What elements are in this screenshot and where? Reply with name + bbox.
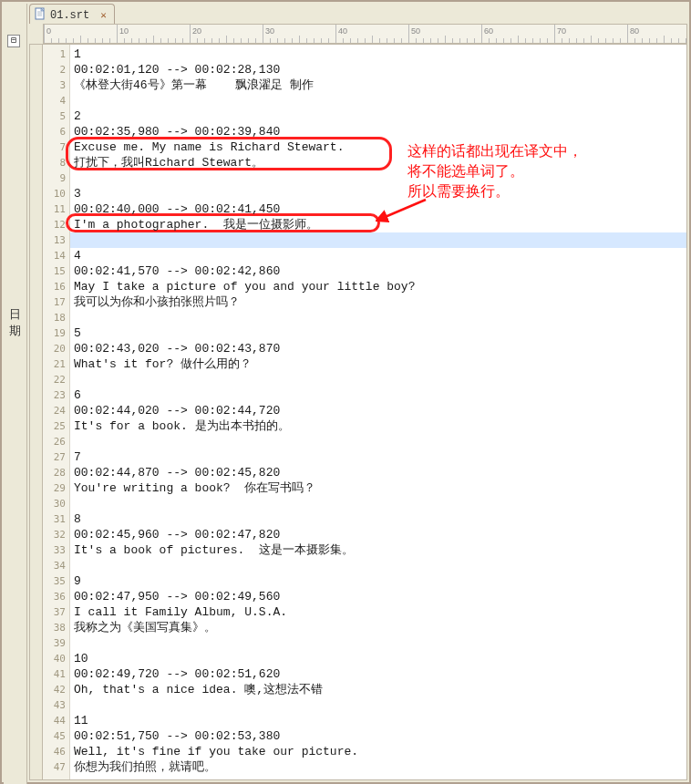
code-line[interactable]: 7	[70, 449, 686, 465]
line-number: 41	[43, 666, 69, 682]
line-number: 31	[43, 511, 69, 527]
code-line[interactable]	[70, 93, 686, 108]
file-tab[interactable]: 01.srt ✕	[29, 4, 115, 24]
line-number: 20	[43, 341, 69, 356]
code-line[interactable]: 00:02:44,020 --> 00:02:44,720	[70, 403, 686, 418]
code-area[interactable]: 这样的话都出现在译文中， 将不能选单词了。 所以需要换行。 100:02:01,…	[70, 45, 686, 779]
line-number: 34	[43, 558, 69, 573]
side-panel-label: 日期	[4, 306, 26, 339]
code-line[interactable]: 00:02:35,980 --> 00:02:39,840	[70, 124, 686, 139]
code-line[interactable]: What's it for? 做什么用的？	[70, 356, 686, 372]
code-line[interactable]	[70, 697, 686, 713]
line-number: 7	[43, 139, 69, 155]
close-icon[interactable]: ✕	[100, 9, 107, 21]
code-line[interactable]: You're writing a book? 你在写书吗？	[70, 480, 686, 496]
line-number: 38	[43, 620, 69, 635]
line-number: 14	[43, 248, 69, 263]
code-line[interactable]: It's for a book. 是为出本书拍的。	[70, 418, 686, 434]
code-line[interactable]: Oh, that's a nice idea. 噢,这想法不错	[70, 682, 686, 697]
code-line[interactable]	[70, 170, 686, 186]
code-line[interactable]	[70, 635, 686, 651]
line-number: 15	[43, 263, 69, 279]
code-line[interactable]	[70, 558, 686, 573]
code-line[interactable]: 我可以为你和小孩拍张照片吗？	[70, 294, 686, 310]
code-line[interactable]	[70, 310, 686, 325]
code-line[interactable]: 打扰下，我叫Richard Stewart。	[70, 155, 686, 170]
code-line[interactable]: 我称之为《美国写真集》。	[70, 620, 686, 635]
line-number: 23	[43, 387, 69, 403]
code-line[interactable]: 00:02:40,000 --> 00:02:41,450	[70, 201, 686, 217]
line-number: 46	[43, 744, 69, 759]
line-number: 5	[43, 108, 69, 124]
code-line[interactable]: It's a book of pictures. 这是一本摄影集。	[70, 542, 686, 558]
app-frame: ⊟ 日期 01.srt ✕ 0102030405060708090 123456…	[0, 0, 691, 784]
document-icon	[34, 7, 46, 20]
code-line[interactable]: 11	[70, 713, 686, 728]
code-line[interactable]	[70, 434, 686, 449]
line-number: 26	[43, 434, 69, 449]
line-number: 17	[43, 294, 69, 310]
code-line[interactable]: 00:02:47,950 --> 00:02:49,560	[70, 589, 686, 604]
code-line[interactable]: 1	[70, 46, 686, 62]
line-number: 12	[43, 217, 69, 232]
code-line[interactable]: Excuse me. My name is Richard Stewart.	[70, 139, 686, 155]
line-number: 28	[43, 465, 69, 480]
line-number: 2	[43, 62, 69, 77]
line-number: 45	[43, 728, 69, 744]
line-number: 22	[43, 372, 69, 387]
line-number: 43	[43, 697, 69, 713]
code-line[interactable]: 00:02:51,750 --> 00:02:53,380	[70, 728, 686, 744]
ruler: 0102030405060708090	[43, 24, 687, 44]
fold-toggle[interactable]: ⊟	[7, 35, 20, 47]
line-number: 27	[43, 449, 69, 465]
line-number: 44	[43, 713, 69, 728]
line-number: 25	[43, 418, 69, 434]
code-line[interactable]: 9	[70, 573, 686, 589]
line-number: 29	[43, 480, 69, 496]
code-line[interactable]: 00:02:49,720 --> 00:02:51,620	[70, 666, 686, 682]
code-line[interactable]: 4	[70, 248, 686, 263]
code-line[interactable]: 3	[70, 186, 686, 201]
line-number: 40	[43, 651, 69, 666]
line-number: 32	[43, 527, 69, 542]
line-number: 30	[43, 496, 69, 511]
line-number: 19	[43, 325, 69, 341]
left-sidebar: ⊟ 日期	[4, 4, 27, 784]
line-number: 4	[43, 93, 69, 108]
line-number: 39	[43, 635, 69, 651]
code-line[interactable]	[70, 496, 686, 511]
code-line[interactable]	[70, 232, 686, 248]
line-number: 24	[43, 403, 69, 418]
line-number: 18	[43, 310, 69, 325]
code-line[interactable]: 00:02:45,960 --> 00:02:47,820	[70, 527, 686, 542]
tab-filename: 01.srt	[50, 9, 89, 22]
line-number: 13	[43, 232, 69, 248]
code-line[interactable]: 10	[70, 651, 686, 666]
line-number: 35	[43, 573, 69, 589]
code-line[interactable]: 你想为我们拍照，就请吧。	[70, 759, 686, 775]
code-line[interactable]: 5	[70, 325, 686, 341]
line-number: 33	[43, 542, 69, 558]
line-number: 9	[43, 170, 69, 186]
tab-bar: 01.srt ✕	[29, 2, 115, 24]
code-line[interactable]: 2	[70, 108, 686, 124]
code-line[interactable]: I'm a photographer. 我是一位摄影师。	[70, 217, 686, 232]
code-line[interactable]: 6	[70, 387, 686, 403]
code-line[interactable]: 8	[70, 511, 686, 527]
line-number: 21	[43, 356, 69, 372]
code-line[interactable]: 00:02:41,570 --> 00:02:42,860	[70, 263, 686, 279]
code-line[interactable]: Well, it's fine if you take our picture.	[70, 744, 686, 759]
code-line[interactable]: 00:02:44,870 --> 00:02:45,820	[70, 465, 686, 480]
code-line[interactable]: May I take a picture of you and your lit…	[70, 279, 686, 294]
code-line[interactable]: 00:02:43,020 --> 00:02:43,870	[70, 341, 686, 356]
code-line[interactable]: I call it Family Album, U.S.A.	[70, 604, 686, 620]
line-number: 1	[43, 46, 69, 62]
code-line[interactable]: 00:02:01,120 --> 00:02:28,130	[70, 62, 686, 77]
line-number: 3	[43, 77, 69, 93]
line-number: 10	[43, 186, 69, 201]
line-number: 16	[43, 279, 69, 294]
line-number: 8	[43, 155, 69, 170]
line-number: 36	[43, 589, 69, 604]
code-line[interactable]	[70, 372, 686, 387]
code-line[interactable]: 《林登大街46号》第一幕 飘浪濯足 制作	[70, 77, 686, 93]
